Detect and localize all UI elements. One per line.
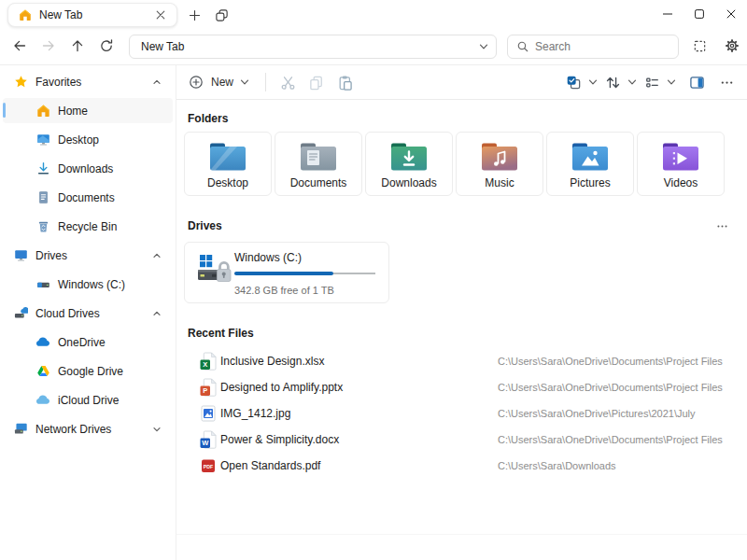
network-drive-icon [13,422,28,437]
home-icon [19,8,32,21]
sidebar-item-icloud-drive[interactable]: iCloud Drive [3,387,173,413]
main-pane: New [176,65,747,560]
folder-tile-documents[interactable]: Documents [275,132,362,196]
copy-button[interactable] [303,69,329,95]
search-icon [516,40,529,53]
forward-button[interactable] [34,32,63,61]
folder-tile-desktop[interactable]: Desktop [184,132,272,196]
sidebar-item-documents[interactable]: Documents [3,185,173,210]
file-row-pptx[interactable]: P Designed to Amplify.pptx C:\Users\Sara… [176,374,747,400]
selection-icon[interactable] [685,32,714,61]
downloads-folder-icon [388,141,430,173]
sidebar-item-onedrive[interactable]: OneDrive [3,329,173,355]
refresh-button[interactable] [92,32,120,61]
folder-tile-downloads[interactable]: Downloads [365,132,453,196]
address-text: New Tab [141,40,479,53]
file-path: C:\Users\Sara\OneDrive\Documents\Project… [498,434,723,445]
chevron-down-icon [667,77,676,87]
chevron-down-icon[interactable] [152,425,162,434]
sort-button[interactable] [605,75,637,91]
file-row-pdf[interactable]: PDF Open Standards.pdf C:\Users\Sara\Dow… [176,453,747,479]
file-row-xlsx[interactable]: X Inclusive Design.xlsx C:\Users\Sara\On… [176,348,747,374]
file-path: C:\Users\Sara\OneDrive\Pictures\2021\Jul… [498,408,696,419]
back-button[interactable] [5,32,34,61]
minimize-button[interactable] [652,0,684,28]
drive-usage-text: 342.8 GB free of 1 TB [234,285,334,296]
chevron-down-icon [588,77,598,87]
address-dropdown-icon[interactable] [479,42,488,51]
file-name: IMG_1412.jpg [220,407,290,420]
pdf-file-icon: PDF [200,456,217,475]
search-input[interactable]: Search [507,35,679,59]
recycle-bin-icon [35,219,50,234]
drive-usage-bar [234,272,375,275]
chevron-up-icon[interactable] [152,309,162,318]
chevron-up-icon[interactable] [152,251,162,260]
more-options-button[interactable] [713,69,740,95]
sidebar-item-recycle-bin[interactable]: Recycle Bin [3,214,173,239]
new-button[interactable]: New [184,69,256,95]
settings-gear-icon[interactable] [717,32,746,61]
chevron-down-icon [627,77,637,87]
file-path: C:\Users\Sara\OneDrive\Documents\Project… [498,382,723,393]
pictures-folder-icon [570,141,611,173]
toolbar-separator [265,73,266,91]
tab-actions-icon[interactable] [209,3,233,27]
excel-file-icon: X [200,352,217,371]
folder-tile-music[interactable]: Music [456,132,543,196]
folder-tiles: Desktop Documents Downloads Music Pictur… [184,132,725,196]
window-controls [652,0,747,28]
chevron-up-icon[interactable] [152,77,162,87]
file-row-jpg[interactable]: IMG_1412.jpg C:\Users\Sara\OneDrive\Pict… [176,400,747,427]
cloud-drive-icon [13,306,28,321]
onedrive-icon [35,335,50,350]
address-bar[interactable]: New Tab [129,35,497,59]
cut-button[interactable] [275,69,301,95]
sidebar-section-favorites[interactable]: Favorites [3,69,173,94]
circle-plus-icon [189,75,204,90]
recent-section-title: Recent Files [188,328,254,340]
sidebar-section-cloud-drives[interactable]: Cloud Drives [3,301,173,326]
new-button-label: New [211,76,233,89]
sidebar-item-downloads[interactable]: Downloads [3,156,173,181]
desktop-folder-icon [207,141,248,173]
sidebar-section-network-drives[interactable]: Network Drives [3,416,173,441]
file-row-docx[interactable]: W Power & Simplicity.docx C:\Users\Sara\… [176,427,747,453]
sidebar-item-google-drive[interactable]: Google Drive [3,358,173,384]
file-name: Open Standards.pdf [220,459,320,472]
folder-tile-pictures[interactable]: Pictures [546,132,634,196]
details-pane-button[interactable] [684,69,710,95]
word-file-icon: W [200,430,217,449]
select-all-button[interactable] [566,75,598,91]
tab-new-tab[interactable]: New Tab [7,3,177,27]
document-icon [35,190,50,205]
close-button[interactable] [715,0,747,28]
sidebar-item-desktop[interactable]: Desktop [3,127,173,152]
file-name: Power & Simplicity.docx [220,433,339,446]
music-folder-icon [479,141,520,173]
download-icon [35,161,50,176]
sidebar: Favorites Home Desktop Downloads Documen… [0,65,176,560]
maximize-button[interactable] [684,0,715,28]
drives-more-icon[interactable] [716,220,728,232]
sidebar-item-windows-c[interactable]: Windows (C:) [3,272,173,297]
up-button[interactable] [63,32,92,61]
drive-card-windows-c[interactable]: Windows (C:) 342.8 GB free of 1 TB [184,242,389,303]
folder-tile-videos[interactable]: Videos [637,132,725,196]
command-toolbar: New [176,65,747,100]
sidebar-section-drives[interactable]: Drives [3,243,173,268]
videos-folder-icon [660,141,701,173]
file-name: Inclusive Design.xlsx [220,355,324,368]
file-path: C:\Users\Sara\OneDrive\Documents\Project… [498,356,723,367]
paste-button[interactable] [331,69,358,95]
google-drive-icon [35,364,50,379]
svg-text:P: P [203,386,207,395]
view-button[interactable] [644,75,676,91]
new-tab-button[interactable] [182,3,206,27]
sidebar-item-home[interactable]: Home [3,98,173,123]
documents-folder-icon [298,141,339,173]
file-name: Designed to Amplify.pptx [220,381,343,394]
icloud-icon [35,393,50,408]
tab-close-icon[interactable] [152,7,169,23]
star-icon [13,75,28,90]
